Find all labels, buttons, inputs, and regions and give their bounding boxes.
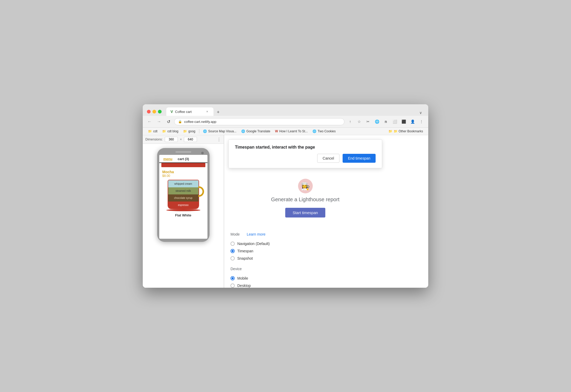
bookmark-label: cdt [153,129,157,133]
start-timespan-button[interactable]: Start timespan [285,208,325,217]
active-tab[interactable]: V Coffee cart × [166,107,213,116]
radio-mobile[interactable] [230,276,235,280]
folder-icon: 📁 [183,129,187,133]
bookmark-goog[interactable]: 📁 goog [181,129,197,134]
timespan-buttons: Cancel End timespan [235,154,376,163]
lighthouse-icon: 👩‍🍳 [298,179,313,193]
bookmark-other[interactable]: 📁 📁 Other Bookmarks [386,129,425,134]
radio-mobile-dot [232,277,234,279]
phone-screen: menu cart (3) Mocha $8.00 wh [159,155,207,239]
folder-icon: 📁 [148,129,152,133]
folder-icon: 📁 [388,129,392,133]
tab-more-button[interactable]: ∨ [417,110,424,116]
menu-tab[interactable]: menu [163,157,173,161]
cup-body: whipped cream steamed milk chocolate syr… [168,180,199,209]
toolbar-icons: ↑ ☆ ✂ 🌐 n ⬜ ⬛ 👤 ⋮ [347,118,425,125]
site-icon: 🌐 [312,129,316,133]
phone-frame: menu cart (3) Mocha $8.00 wh [157,148,210,242]
bookmark-cdt[interactable]: 📁 cdt [146,129,160,134]
dimension-separator: × [180,138,182,141]
mode-option-timespan[interactable]: Timespan [230,249,380,253]
height-input[interactable] [184,137,197,142]
app-nav: menu cart (3) [159,155,207,163]
promo-bar [161,163,205,167]
notion-icon[interactable]: n [382,118,389,125]
bookmark-separator [199,129,199,133]
next-product-name: Flat White [162,213,204,217]
bookmark-two-cookies[interactable]: 🌐 Two Cookies [310,129,338,134]
minimize-button[interactable] [152,110,156,113]
share-icon[interactable]: ↑ [347,118,354,125]
mode-snapshot-label: Snapshot [237,256,253,260]
layer-whipped-cream: whipped cream [168,180,199,187]
device-label: Device [230,267,244,271]
lighthouse-title: Generate a Lighthouse report [271,197,339,203]
device-option-mobile[interactable]: Mobile [230,276,380,280]
phone-area: menu cart (3) Mocha $8.00 wh [143,144,224,288]
lighthouse-content: 👩‍🍳 Generate a Lighthouse report Start t… [224,172,386,232]
cancel-button[interactable]: Cancel [317,154,340,163]
profile-icon[interactable]: 👤 [409,118,416,125]
width-input[interactable] [165,137,178,142]
coffee-cup: whipped cream steamed milk chocolate syr… [166,180,200,211]
device-desktop-label: Desktop [237,284,251,288]
bookmark-translate[interactable]: 🌐 Google Translate [239,129,272,134]
bookmark-label: Google Translate [246,129,270,133]
layer-espresso: espresso [168,202,199,209]
timespan-title: Timespan started, interact with the page [235,145,376,150]
main-content: Dimensions: × ⋮ menu cart (3) [143,135,428,288]
menu-icon[interactable]: ⋮ [418,118,425,125]
scissors-icon[interactable]: ✂ [364,118,372,125]
translate-icon[interactable]: 🌐 [373,118,381,125]
tab-favicon: V [171,110,173,114]
bookmark-label: Two Cookies [318,129,336,133]
timespan-dialog: Timespan started, interact with the page… [228,139,382,168]
mode-option-snapshot[interactable]: Snapshot [230,256,380,260]
site-icon: W [275,129,278,133]
toolbar: ← → ↺ 🔒 coffee-cart.netlify.app ↑ ☆ ✂ 🌐 … [143,116,428,128]
bookmark-icon[interactable]: ☆ [355,118,363,125]
mode-options: Navigation (Default) Timespan Snapshot [230,242,380,260]
device-option-desktop[interactable]: Desktop [230,284,380,288]
layer-steamed-milk: steamed milk [168,187,199,194]
tab-bar: V Coffee cart × + ∨ [166,107,424,116]
bookmark-cdt-blog[interactable]: 📁 cdt blog [160,129,180,134]
radio-desktop[interactable] [230,284,235,288]
layer-chocolate-syrup: chocolate syrup [168,194,199,202]
radio-navigation[interactable] [230,242,235,246]
mode-option-navigation[interactable]: Navigation (Default) [230,242,380,246]
device-options: Mobile Desktop [230,276,380,288]
cart-tab[interactable]: cart (3) [178,157,189,161]
bookmark-label: goog [188,129,195,133]
devtools-toolbar: Dimensions: × ⋮ [143,135,224,144]
maximize-button[interactable] [158,110,162,113]
screenshot-icon[interactable]: ⬜ [391,118,398,125]
learn-more-link[interactable]: Learn more [247,232,266,236]
product-name: Mocha [162,170,204,174]
dimensions-label: Dimensions: [145,138,163,141]
site-icon: 🌐 [203,129,207,133]
radio-snapshot[interactable] [230,256,235,260]
end-timespan-button[interactable]: End timespan [343,154,376,163]
back-button[interactable]: ← [146,118,153,125]
mode-navigation-label: Navigation (Default) [237,242,270,246]
reload-button[interactable]: ↺ [165,118,172,125]
chef-icon: 👩‍🍳 [301,182,310,190]
forward-button[interactable]: → [155,118,163,125]
tab-close-icon[interactable]: × [205,110,209,114]
browser-window: V Coffee cart × + ∨ ← → ↺ 🔒 coffee-cart.… [143,104,428,288]
radio-timespan[interactable] [230,249,235,253]
address-bar[interactable]: 🔒 coffee-cart.netlify.app [174,118,344,125]
cup-handle [198,186,204,197]
mode-row: Mode Learn more [230,232,380,236]
phone-speaker [175,151,191,153]
bookmark-label: cdt blog [167,129,178,133]
extensions-icon[interactable]: ⬛ [400,118,407,125]
mode-label: Mode [230,232,244,236]
devtools-more-icon[interactable]: ⋮ [217,137,221,142]
close-button[interactable] [147,110,151,113]
bookmark-how-i-learnt[interactable]: W How I Learnt To St... [273,129,310,134]
new-tab-button[interactable]: + [215,108,222,116]
bookmark-source-map[interactable]: 🌐 Source Map Visua... [201,129,239,134]
product-section: Mocha $8.00 whipped cream steamed milk c… [159,167,207,220]
